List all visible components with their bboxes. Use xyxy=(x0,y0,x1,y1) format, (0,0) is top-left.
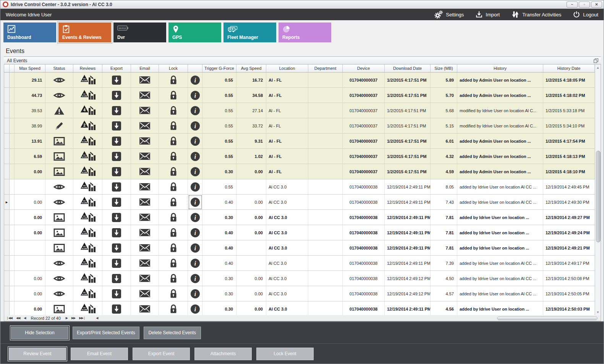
row-selector-gutter[interactable] xyxy=(4,225,10,240)
table-row[interactable]: 70.00NOSCORE i0.300.00Al CC 3.0017040000… xyxy=(4,210,595,225)
table-row[interactable]: 80.00NOSCORE i0.300.00Al CC 3.0017040000… xyxy=(4,286,595,301)
lock-icon[interactable] xyxy=(159,274,188,283)
review-score-icon[interactable]: NOSCORE xyxy=(73,227,102,238)
lock-icon[interactable] xyxy=(159,258,188,268)
hscroll-left-icon[interactable]: ◀ xyxy=(94,316,100,320)
review-score-icon[interactable]: 2 xyxy=(73,120,102,132)
column-header-history-date[interactable]: History Date xyxy=(543,64,595,72)
attachments-button[interactable]: Attachments xyxy=(194,348,252,360)
email-event-button[interactable]: Email Event xyxy=(71,348,128,360)
export-icon[interactable] xyxy=(102,136,131,146)
table-row[interactable]: 06.59NOSCORE i0.551.02Al - FL01704000003… xyxy=(4,149,595,164)
column-header-email[interactable]: Email xyxy=(131,64,159,72)
lock-icon[interactable] xyxy=(159,228,188,238)
email-icon[interactable] xyxy=(131,198,159,206)
column-header-location[interactable]: Location xyxy=(266,64,308,72)
row-selector-gutter[interactable] xyxy=(4,271,10,286)
reviews-cell[interactable]: NOSCORE xyxy=(73,164,102,179)
email-icon[interactable] xyxy=(131,91,159,99)
export-icon[interactable] xyxy=(102,182,131,192)
email-icon[interactable] xyxy=(131,106,159,114)
column-header-device[interactable]: Device xyxy=(343,64,385,72)
scroll-up-icon[interactable]: ▲ xyxy=(595,64,601,71)
lock-icon[interactable] xyxy=(159,243,188,253)
column-header-history[interactable]: History xyxy=(457,64,543,72)
row-selector-gutter[interactable] xyxy=(4,134,10,149)
email-icon[interactable] xyxy=(131,305,159,313)
email-icon[interactable] xyxy=(131,259,159,267)
row-selector-gutter[interactable] xyxy=(4,72,10,88)
reviews-cell[interactable]: NOSCORE xyxy=(73,301,102,315)
lock-icon[interactable] xyxy=(159,197,188,207)
logout-action[interactable]: Logout xyxy=(573,11,598,18)
reviews-cell[interactable]: NOSCORE xyxy=(73,179,102,195)
reviews-cell[interactable]: NOSCORE xyxy=(73,134,102,149)
table-row[interactable]: 8NOSCORE i0.40Al CC 3.001704000003812/19… xyxy=(4,240,595,256)
review-score-icon[interactable]: NOSCORE xyxy=(73,74,102,86)
minimize-button[interactable]: – xyxy=(567,2,578,8)
review-score-icon[interactable]: NOSCORE xyxy=(73,166,102,177)
export-icon[interactable] xyxy=(102,274,131,283)
tab-reports[interactable]: Reports xyxy=(279,23,331,42)
email-icon[interactable] xyxy=(131,168,159,176)
reviews-cell[interactable]: NOSCORE xyxy=(73,271,102,286)
reviews-cell[interactable]: NOSCORE xyxy=(73,225,102,240)
info-icon[interactable]: i xyxy=(188,121,202,131)
review-event-button[interactable]: Review Event xyxy=(9,348,66,360)
review-score-icon[interactable]: NOSCORE xyxy=(73,181,102,193)
review-score-icon[interactable]: NOSCORE xyxy=(73,258,102,269)
reviews-cell[interactable]: NOSCORE xyxy=(73,256,102,271)
panel-restore-icon[interactable] xyxy=(594,58,598,63)
reviews-cell[interactable]: NOSCORE xyxy=(73,88,102,103)
settings-action[interactable]: Settings xyxy=(434,10,464,19)
export-print-selected-events-button[interactable]: Export/Print Selected Events xyxy=(73,327,139,339)
export-icon[interactable] xyxy=(102,289,131,299)
column-header-status[interactable]: Status xyxy=(45,64,73,72)
row-selector-gutter[interactable]: ► xyxy=(4,195,10,210)
export-icon[interactable] xyxy=(102,90,131,100)
pager-prev-icon[interactable]: ◀ xyxy=(22,316,28,320)
column-header-trigger-g-force[interactable]: Trigger G-Force xyxy=(202,64,236,72)
info-icon[interactable]: i xyxy=(188,182,202,192)
export-icon[interactable] xyxy=(102,258,131,268)
lock-icon[interactable] xyxy=(159,289,188,299)
email-icon[interactable] xyxy=(131,152,159,160)
export-icon[interactable] xyxy=(102,167,131,177)
transfer-activities-action[interactable]: Transfer Activities xyxy=(511,10,561,19)
info-icon[interactable]: i xyxy=(188,228,202,238)
table-row[interactable]: 544.73NOSCORE i0.5534.58Al - FL017040000… xyxy=(4,88,595,103)
row-selector-gutter[interactable] xyxy=(4,240,10,256)
info-icon[interactable]: i xyxy=(188,243,202,253)
row-selector-gutter[interactable] xyxy=(4,164,10,179)
pager-last-icon[interactable]: ▶▶❘ xyxy=(77,316,87,320)
horizontal-scroll-track[interactable] xyxy=(101,316,599,321)
table-row[interactable]: 50.00NOSCORE i0.300.00Al CC 3.0017040000… xyxy=(4,271,595,286)
email-icon[interactable] xyxy=(131,183,159,191)
vertical-scroll-track[interactable] xyxy=(595,71,601,309)
hide-selection-button[interactable]: Hide Selection xyxy=(11,327,68,339)
vertical-scroll-thumb[interactable] xyxy=(596,151,601,242)
row-selector-gutter[interactable] xyxy=(4,179,10,195)
email-icon[interactable] xyxy=(131,290,159,298)
table-row[interactable]: 50.00NOSCORE i0.400.00Al CC 3.0017040000… xyxy=(4,225,595,240)
column-header-reviews[interactable]: Reviews xyxy=(73,64,102,72)
export-icon[interactable] xyxy=(102,75,131,85)
lock-icon[interactable] xyxy=(159,151,188,161)
review-score-icon[interactable]: NOSCORE xyxy=(73,90,102,101)
table-row[interactable]: 229.11NOSCORE i0.5516.72Al - FL017040000… xyxy=(4,72,595,88)
row-selector-gutter[interactable] xyxy=(4,118,10,134)
reviews-cell[interactable]: NOSCORE xyxy=(73,72,102,88)
review-score-icon[interactable]: NOSCORE xyxy=(73,212,102,223)
lock-icon[interactable] xyxy=(159,182,188,192)
reviews-cell[interactable]: NOSCORE xyxy=(73,286,102,301)
lock-icon[interactable] xyxy=(159,106,188,116)
export-icon[interactable] xyxy=(102,213,131,222)
email-icon[interactable] xyxy=(131,137,159,145)
info-icon[interactable]: i xyxy=(188,75,202,85)
review-score-icon[interactable]: NOSCORE xyxy=(73,242,102,254)
info-icon[interactable]: i xyxy=(188,167,202,177)
info-icon[interactable]: i xyxy=(188,289,202,299)
export-icon[interactable] xyxy=(102,197,131,207)
pager-first-icon[interactable]: ❘◀◀ xyxy=(4,316,14,320)
vertical-scrollbar[interactable]: ▲ ▼ xyxy=(595,64,601,315)
